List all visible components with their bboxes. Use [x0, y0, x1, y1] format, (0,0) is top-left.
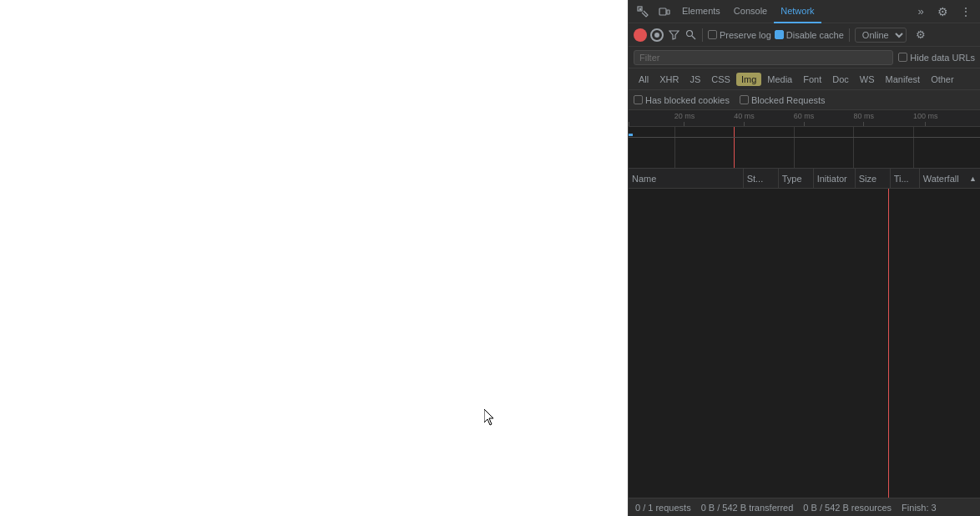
has-blocked-cookies-text: Has blocked cookies: [645, 95, 730, 105]
more-options-icon[interactable]: ⋮: [955, 1, 977, 23]
toolbar-separator-2: [849, 28, 850, 42]
preserve-log-checkbox[interactable]: [708, 30, 717, 39]
status-resources: 0 B / 542 B resources: [803, 503, 892, 513]
filter-icon[interactable]: [667, 28, 680, 42]
disable-cache-checkbox[interactable]: [775, 30, 784, 39]
tab-console[interactable]: Console: [727, 0, 774, 23]
blocked-requests-label[interactable]: Blocked Requests: [740, 95, 826, 105]
devtools-tabs: Elements Console Network: [675, 0, 910, 23]
svg-point-4: [686, 31, 692, 37]
timeline-mark-100ms-label: 100 ms: [913, 112, 938, 120]
preserve-log-label[interactable]: Preserve log: [708, 30, 771, 40]
blocked-row: Has blocked cookies Blocked Requests: [629, 90, 980, 110]
toolbar-settings: ⚙ ⋮: [932, 1, 977, 23]
timeline-mark-0ms: [629, 120, 629, 126]
th-status[interactable]: St...: [744, 169, 779, 188]
search-icon[interactable]: [684, 28, 697, 42]
th-type[interactable]: Type: [779, 169, 814, 188]
timeline-body: [629, 127, 980, 168]
has-blocked-cookies-label[interactable]: Has blocked cookies: [634, 95, 730, 105]
timeline-tick-40ms: [744, 122, 745, 126]
filter-row: Hide data URLs: [629, 47, 980, 68]
svg-rect-3: [667, 10, 669, 14]
timeline-tick-20ms: [684, 122, 684, 126]
th-time-label: Ti...: [894, 174, 909, 184]
timeline-mark-80ms: 80 ms: [853, 112, 874, 126]
th-status-label: St...: [747, 174, 764, 184]
svg-rect-2: [659, 8, 666, 15]
th-name-label: Name: [632, 174, 656, 184]
type-filter-media[interactable]: Media: [762, 73, 797, 86]
timeline-area: 20 ms 40 ms 60 ms 80 ms 100 ms: [629, 110, 980, 169]
th-type-label: Type: [782, 174, 802, 184]
settings-icon[interactable]: ⚙: [932, 1, 953, 23]
record-button[interactable]: [634, 28, 647, 42]
timeline-vline-100ms: [913, 127, 914, 168]
network-settings-icon[interactable]: ⚙: [910, 24, 932, 46]
type-filter-img[interactable]: Img: [736, 73, 761, 86]
hide-data-urls-label[interactable]: Hide data URLs: [898, 53, 975, 63]
has-blocked-cookies-checkbox[interactable]: [634, 95, 643, 104]
timeline-vline-20ms: [674, 127, 675, 168]
svg-point-1: [639, 8, 642, 10]
blocked-requests-checkbox[interactable]: [740, 95, 749, 104]
stop-button[interactable]: [650, 28, 664, 42]
tab-network[interactable]: Network: [774, 0, 821, 23]
network-table: Name St... Type Initiator Size Ti... Wat…: [629, 169, 980, 498]
type-filter-font[interactable]: Font: [798, 73, 826, 86]
blocked-requests-text: Blocked Requests: [751, 95, 826, 105]
timeline-tick-0ms: [629, 122, 629, 126]
hide-data-urls-text: Hide data URLs: [910, 53, 975, 63]
type-filter-row: All XHR JS CSS Img Media Font Doc WS Man…: [629, 68, 980, 90]
type-filter-other[interactable]: Other: [926, 73, 959, 86]
timeline-ruler: 20 ms 40 ms 60 ms 80 ms 100 ms: [629, 110, 980, 127]
timeline-tick-60ms: [804, 122, 805, 126]
inspect-element-icon[interactable]: [632, 1, 654, 23]
hide-data-urls-checkbox[interactable]: [898, 53, 907, 62]
table-header: Name St... Type Initiator Size Ti... Wat…: [629, 169, 980, 189]
th-initiator[interactable]: Initiator: [814, 169, 856, 188]
devtools-tab-bar: Elements Console Network » ⚙ ⋮: [629, 0, 980, 23]
timeline-vline-80ms: [853, 127, 854, 168]
type-filter-all[interactable]: All: [634, 73, 654, 86]
status-bar: 0 / 1 requests 0 B / 542 B transferred 0…: [629, 498, 980, 516]
timeline-mark-40ms-label: 40 ms: [734, 112, 755, 120]
timeline-vline-60ms: [794, 127, 795, 168]
timeline-cursor-line: [629, 137, 980, 138]
timeline-mark-60ms: 60 ms: [794, 112, 815, 126]
type-filter-manifest[interactable]: Manifest: [881, 73, 926, 86]
type-filter-js[interactable]: JS: [684, 73, 705, 86]
th-size[interactable]: Size: [856, 169, 891, 188]
th-time[interactable]: Ti...: [891, 169, 920, 188]
table-body: [629, 189, 980, 498]
preserve-log-text: Preserve log: [720, 30, 771, 40]
timeline-mark-60ms-label: 60 ms: [794, 112, 815, 120]
tab-elements[interactable]: Elements: [675, 0, 727, 23]
status-requests: 0 / 1 requests: [635, 503, 691, 513]
timeline-mark-20ms-label: 20 ms: [674, 112, 695, 120]
timeline-tick-80ms: [863, 122, 864, 126]
timeline-tick-100ms: [925, 122, 926, 126]
th-size-label: Size: [859, 174, 876, 184]
table-body-inner: [629, 189, 980, 498]
device-toolbar-icon[interactable]: [654, 1, 675, 23]
more-tabs-btn[interactable]: »: [910, 1, 932, 23]
mouse-cursor: [484, 409, 496, 427]
status-transferred: 0 B / 542 B transferred: [701, 503, 794, 513]
timeline-load-line: [734, 127, 735, 168]
throttle-select[interactable]: Online: [855, 28, 907, 43]
type-filter-css[interactable]: CSS: [706, 73, 735, 86]
network-toolbar: Preserve log Disable cache Online ⚙: [629, 23, 980, 47]
timeline-mark-20ms: 20 ms: [674, 112, 695, 126]
type-filter-ws[interactable]: WS: [855, 73, 880, 86]
th-waterfall-label: Waterfall: [923, 174, 959, 184]
type-filter-xhr[interactable]: XHR: [654, 73, 684, 86]
disable-cache-label[interactable]: Disable cache: [775, 30, 844, 40]
type-filter-doc[interactable]: Doc: [827, 73, 854, 86]
th-waterfall[interactable]: Waterfall ▲: [920, 169, 980, 188]
timeline-mark-40ms: 40 ms: [734, 112, 755, 126]
timeline-mark-80ms-label: 80 ms: [853, 112, 874, 120]
toolbar-separator-1: [702, 28, 703, 42]
th-name[interactable]: Name: [629, 169, 744, 188]
filter-input[interactable]: [634, 50, 893, 65]
